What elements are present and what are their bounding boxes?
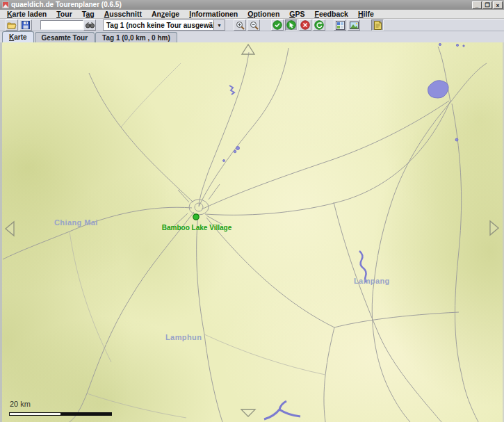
tab-bar: Karte Gesamte Tour Tag 1 (0,0 km , 0 hm) [0, 31, 504, 42]
place-search-button[interactable] [83, 19, 96, 31]
scale-bar-segment [60, 413, 111, 415]
zoom-in-button[interactable] [234, 19, 246, 31]
cursor-circle-icon [286, 20, 296, 30]
refresh-circle-icon [314, 20, 324, 30]
zoom-out-button[interactable] [247, 19, 260, 31]
pan-arrows [6, 44, 498, 416]
pan-right-arrow [490, 221, 498, 235]
select-mode-button[interactable] [285, 19, 298, 31]
window-edge-left [0, 42, 2, 422]
binoculars-icon [86, 22, 95, 29]
menu-hilfe[interactable]: Hilfe [353, 10, 379, 18]
map-grid-icon [336, 21, 345, 30]
menu-karte-laden[interactable]: Karte laden [2, 10, 51, 18]
toolbar: Tag 1 (noch keine Tour ausgewählt) ▼ [0, 19, 504, 31]
pan-up-arrow [242, 44, 254, 54]
zoom-out-icon [250, 21, 259, 30]
export-map-button[interactable] [334, 19, 346, 31]
menu-feedback[interactable]: Feedback [310, 10, 353, 18]
zoom-in-icon [236, 21, 245, 30]
map-canvas[interactable]: Chiang Mai Lampang Lamphun Bamboo Lake V… [0, 42, 504, 422]
menu-gps[interactable]: GPS [284, 10, 309, 18]
tab-gesamte-tour[interactable]: Gesamte Tour [35, 32, 95, 42]
menu-tour[interactable]: Tour [51, 10, 77, 18]
menu-optionen[interactable]: Optionen [243, 10, 284, 18]
city-label-chiang-mai: Chiang Mai [54, 218, 98, 227]
confirm-button[interactable] [271, 19, 284, 31]
minimize-button[interactable]: _ [472, 1, 482, 9]
scale-label: 20 km [10, 400, 31, 408]
close-button[interactable]: x [493, 1, 503, 9]
cancel-button[interactable] [299, 19, 311, 31]
menu-informationen[interactable]: Informationen [184, 10, 243, 18]
day-select-value: Tag 1 (noch keine Tour ausgewählt) [104, 22, 213, 29]
village-marker [193, 214, 199, 220]
image-icon [350, 22, 359, 29]
city-label-lampang: Lampang [354, 277, 390, 285]
x-circle-icon [300, 20, 310, 30]
day-select[interactable]: Tag 1 (noch keine Tour ausgewählt) ▼ [103, 19, 225, 31]
open-folder-icon [7, 21, 17, 29]
menu-ausschnitt[interactable]: Ausschnitt [99, 10, 147, 18]
title-bar[interactable]: quaeldich.de Tourenplaner (0.6.5) _ ❐ x [0, 0, 504, 10]
pan-down-arrow [241, 409, 255, 416]
scale-bar-segment [10, 413, 60, 415]
window-title: quaeldich.de Tourenplaner (0.6.5) [11, 0, 472, 10]
chevron-down-icon[interactable]: ▼ [213, 20, 225, 30]
app-window: quaeldich.de Tourenplaner (0.6.5) _ ❐ x … [0, 0, 504, 422]
save-floppy-icon [22, 21, 30, 29]
save-button[interactable] [19, 19, 32, 31]
check-circle-icon [273, 20, 282, 30]
place-search-input[interactable] [40, 20, 83, 30]
notes-panel-toggle[interactable] [371, 19, 384, 31]
map-roads [3, 47, 487, 422]
village-marker-label: Bamboo Lake Village [158, 224, 235, 232]
menu-bar: Karte laden Tour Tag Ausschnitt Anzeige … [0, 10, 504, 19]
pan-left-arrow [6, 222, 14, 236]
map-roads-secondary [70, 63, 325, 418]
notes-page-icon [374, 21, 382, 30]
map-vector-layer [0, 42, 504, 422]
export-image-button[interactable] [348, 19, 360, 31]
app-icon [2, 1, 9, 8]
restore-button[interactable]: ❐ [482, 1, 492, 9]
scale-bar [9, 412, 112, 416]
tab-tag1[interactable]: Tag 1 (0,0 km , 0 hm) [95, 32, 177, 42]
city-label-lamphun: Lamphun [165, 333, 202, 341]
map-water [223, 43, 465, 419]
open-map-button[interactable] [6, 19, 18, 31]
tab-karte[interactable]: Karte [2, 31, 34, 42]
go-button[interactable] [313, 19, 325, 31]
menu-tag[interactable]: Tag [77, 10, 99, 18]
menu-anzeige[interactable]: Anzeige [147, 10, 184, 18]
